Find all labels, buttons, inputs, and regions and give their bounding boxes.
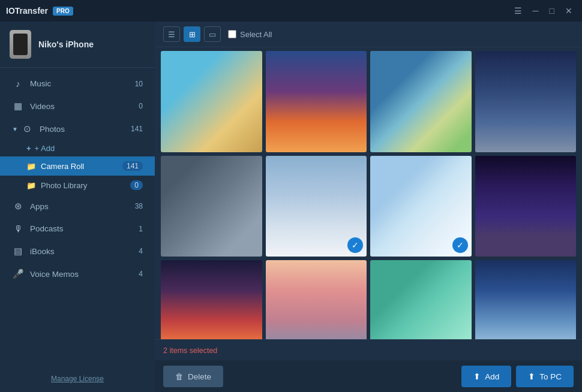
device-icon (10, 30, 31, 59)
podcasts-label: Podcasts (30, 224, 139, 233)
device-name: Niko's iPhone (38, 40, 94, 49)
videos-label: Videos (30, 102, 139, 111)
maximize-button[interactable]: □ (546, 5, 558, 17)
plus-icon: + (26, 144, 31, 153)
photo-cell-6[interactable]: ✓ (266, 156, 367, 257)
photo-selected-check-7: ✓ (452, 237, 468, 253)
photo-image-12 (475, 260, 577, 339)
view-list-button[interactable]: ☰ (163, 26, 180, 42)
photo-image-3 (370, 51, 472, 152)
music-count: 10 (135, 80, 143, 88)
add-action-label: Add (485, 372, 499, 381)
voice-memos-label: Voice Memos (30, 270, 139, 279)
add-album-button[interactable]: + + Add (0, 140, 155, 156)
select-all-area[interactable]: Select All (228, 30, 272, 39)
photo-library-folder-icon: 📁 (26, 181, 36, 190)
camera-roll-count: 141 (122, 161, 143, 171)
status-bar: 2 items selected (155, 339, 582, 360)
photos-sub-nav: + + Add 📁 Camera Roll 141 📁 Photo Librar… (0, 140, 155, 195)
sidebar-item-photo-library[interactable]: 📁 Photo Library 0 (0, 176, 155, 195)
sidebar-item-apps[interactable]: ⊛ Apps 38 (0, 195, 155, 218)
photo-image-4 (475, 51, 577, 152)
pro-badge: PRO (53, 7, 73, 16)
delete-icon: 🗑 (175, 372, 184, 381)
photo-cell-3[interactable] (370, 51, 472, 152)
photos-count: 141 (131, 125, 143, 133)
title-bar-left: IOTransfer PRO (6, 6, 73, 16)
podcasts-icon: 🎙 (12, 224, 24, 234)
photo-image-10 (266, 260, 367, 339)
menu-button[interactable]: ☰ (511, 5, 526, 17)
photo-grid-container[interactable]: ✓ ✓ (155, 47, 582, 339)
sidebar: Niko's iPhone ♪ Music 10 ▦ Videos 0 ▼ ⊙ … (0, 22, 155, 392)
photo-library-label: Photo Library (41, 181, 87, 190)
grid-view-icon: ⊞ (189, 30, 196, 39)
photo-cell-11[interactable] (370, 260, 472, 339)
delete-button[interactable]: 🗑 Delete (163, 366, 223, 387)
sidebar-item-photos[interactable]: ▼ ⊙ Photos 141 (0, 117, 155, 140)
select-all-checkbox[interactable] (228, 30, 236, 38)
main-layout: Niko's iPhone ♪ Music 10 ▦ Videos 0 ▼ ⊙ … (0, 22, 582, 392)
sidebar-item-music[interactable]: ♪ Music 10 (0, 73, 155, 95)
photo-cell-8[interactable] (475, 156, 577, 257)
sidebar-item-ibooks[interactable]: ▤ iBooks 4 (0, 240, 155, 263)
photo-image-9 (161, 260, 262, 339)
photo-library-count: 0 (130, 180, 143, 190)
photo-cell-7[interactable]: ✓ (370, 156, 472, 257)
apps-count: 38 (135, 202, 143, 210)
delete-label: Delete (188, 372, 211, 381)
apps-label: Apps (30, 202, 135, 211)
view-single-button[interactable]: ▭ (204, 26, 221, 42)
music-label: Music (30, 79, 135, 88)
ibooks-label: iBooks (30, 247, 139, 256)
photo-cell-10[interactable] (266, 260, 367, 339)
photos-label: Photos (40, 125, 131, 134)
sidebar-item-videos[interactable]: ▦ Videos 0 (0, 95, 155, 117)
to-pc-icon: ⬆ (528, 372, 535, 381)
photo-image-1 (161, 51, 262, 152)
toolbar: ☰ ⊞ ▭ Select All (155, 22, 582, 47)
photo-cell-9[interactable] (161, 260, 262, 339)
photo-cell-5[interactable] (161, 156, 262, 257)
sidebar-item-camera-roll[interactable]: 📁 Camera Roll 141 (0, 156, 155, 176)
nav-items: ♪ Music 10 ▦ Videos 0 ▼ ⊙ Photos 141 + (0, 68, 155, 364)
app-title: IOTransfer (6, 6, 48, 16)
minimize-button[interactable]: ─ (529, 5, 542, 17)
videos-icon: ▦ (12, 101, 24, 111)
to-pc-label: To PC (539, 372, 562, 381)
photo-grid: ✓ ✓ (161, 51, 576, 339)
photos-expand-arrow: ▼ (12, 126, 18, 132)
photo-selected-check-6: ✓ (347, 237, 363, 253)
photo-image-11 (370, 260, 472, 339)
manage-license-link[interactable]: Manage License (51, 375, 104, 383)
right-actions: ⬆ Add ⬆ To PC (461, 366, 574, 387)
podcasts-count: 1 (139, 225, 143, 233)
manage-license-section: Manage License (0, 364, 155, 392)
add-album-label: + Add (35, 144, 55, 153)
photo-image-8 (475, 156, 577, 257)
voice-memos-count: 4 (139, 270, 143, 278)
to-pc-button[interactable]: ⬆ To PC (516, 366, 574, 387)
view-grid-button[interactable]: ⊞ (184, 26, 200, 42)
sidebar-item-podcasts[interactable]: 🎙 Podcasts 1 (0, 218, 155, 240)
ibooks-icon: ▤ (12, 246, 24, 257)
photo-cell-12[interactable] (475, 260, 577, 339)
camera-roll-folder-icon: 📁 (26, 162, 36, 171)
selected-count-label: 2 items selected (163, 346, 217, 355)
sidebar-item-voice-memos[interactable]: 🎤 Voice Memos 4 (0, 263, 155, 285)
single-view-icon: ▭ (209, 30, 216, 39)
photo-image-2 (266, 51, 367, 152)
bottom-actions: 🗑 Delete ⬆ Add ⬆ To PC (155, 360, 582, 392)
music-icon: ♪ (12, 79, 24, 89)
title-bar-controls: ☰ ─ □ ✕ (511, 5, 576, 17)
camera-roll-label: Camera Roll (41, 162, 84, 171)
device-section: Niko's iPhone (0, 22, 155, 68)
videos-count: 0 (139, 102, 143, 110)
photo-cell-1[interactable] (161, 51, 262, 152)
photo-cell-4[interactable] (475, 51, 577, 152)
photo-cell-2[interactable] (266, 51, 367, 152)
voice-memos-icon: 🎤 (12, 269, 24, 279)
add-to-device-button[interactable]: ⬆ Add (461, 366, 511, 387)
select-all-label[interactable]: Select All (240, 30, 272, 39)
close-button[interactable]: ✕ (562, 5, 576, 17)
